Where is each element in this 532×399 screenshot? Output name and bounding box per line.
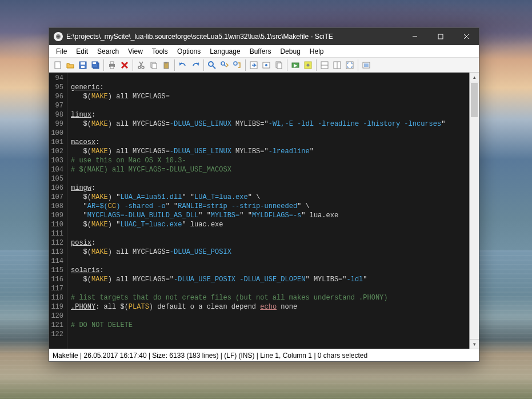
code-line[interactable] bbox=[71, 257, 466, 266]
code-line[interactable]: macosx: bbox=[71, 138, 466, 147]
cut-icon[interactable] bbox=[135, 59, 147, 71]
menu-options[interactable]: Options bbox=[173, 46, 205, 57]
line-number[interactable]: 112 bbox=[49, 238, 63, 248]
maximize-button[interactable] bbox=[427, 28, 453, 45]
save-all-icon[interactable] bbox=[89, 59, 102, 71]
minimize-button[interactable] bbox=[402, 28, 427, 45]
menu-search[interactable]: Search bbox=[93, 46, 123, 57]
delete-icon[interactable] bbox=[118, 59, 131, 71]
line-number[interactable]: 104 bbox=[49, 165, 63, 174]
line-gutter[interactable]: 9495969798991001011021031041051061071081… bbox=[49, 73, 67, 349]
line-number[interactable]: 117 bbox=[49, 284, 63, 293]
line-number[interactable]: 103 bbox=[49, 156, 63, 165]
line-number[interactable]: 120 bbox=[49, 312, 63, 321]
code-line[interactable]: linux: bbox=[71, 110, 466, 119]
menu-edit[interactable]: Edit bbox=[71, 46, 93, 57]
paste-icon[interactable] bbox=[160, 59, 173, 71]
code-line[interactable]: $(MAKE) "LUA_A=lua51.dll" "LUA_T=lua.exe… bbox=[71, 193, 466, 202]
split-h-icon[interactable] bbox=[318, 59, 331, 71]
code-line[interactable] bbox=[71, 129, 466, 138]
code-line[interactable] bbox=[71, 330, 466, 339]
line-number[interactable]: 101 bbox=[49, 138, 63, 147]
code-line[interactable]: mingw: bbox=[71, 183, 466, 193]
save-icon[interactable] bbox=[77, 59, 89, 71]
open-folder-icon[interactable] bbox=[64, 59, 77, 71]
line-number[interactable]: 113 bbox=[49, 248, 63, 257]
find-icon[interactable] bbox=[206, 59, 218, 71]
menu-buffers[interactable]: Buffers bbox=[245, 46, 276, 57]
code-line[interactable] bbox=[71, 174, 466, 183]
line-number[interactable]: 122 bbox=[49, 330, 63, 339]
code-line[interactable]: # DO NOT DELETE bbox=[71, 321, 466, 330]
line-number[interactable]: 99 bbox=[49, 119, 63, 129]
scroll-up-button[interactable]: ▴ bbox=[470, 73, 479, 82]
build-icon[interactable] bbox=[302, 59, 314, 71]
line-number[interactable]: 96 bbox=[49, 92, 63, 101]
line-number[interactable]: 95 bbox=[49, 83, 63, 92]
line-number[interactable]: 116 bbox=[49, 275, 63, 284]
new-file-icon[interactable] bbox=[51, 59, 64, 71]
menu-help[interactable]: Help bbox=[305, 46, 329, 57]
line-number[interactable]: 114 bbox=[49, 257, 63, 266]
line-number[interactable]: 97 bbox=[49, 101, 63, 110]
replace-icon[interactable] bbox=[231, 59, 243, 71]
code-line[interactable]: .PHONY: all $(PLATS) default o a clean d… bbox=[71, 302, 466, 312]
titlebar[interactable]: E:\projects\_myScite\_lua-lib.sourceforg… bbox=[49, 28, 479, 45]
code-line[interactable]: solaris: bbox=[71, 266, 466, 275]
find-next-icon[interactable] bbox=[218, 59, 231, 71]
line-number[interactable]: 105 bbox=[49, 174, 63, 183]
code-line[interactable]: $(MAKE) all MYCFLAGS= bbox=[71, 92, 466, 101]
code-area[interactable]: generic: $(MAKE) all MYCFLAGS= linux: $(… bbox=[67, 73, 469, 349]
line-number[interactable]: 115 bbox=[49, 266, 63, 275]
code-line[interactable] bbox=[71, 284, 466, 293]
line-number[interactable]: 106 bbox=[49, 183, 63, 193]
line-number[interactable]: 98 bbox=[49, 110, 63, 119]
line-number[interactable]: 108 bbox=[49, 202, 63, 211]
line-number[interactable]: 110 bbox=[49, 220, 63, 229]
line-number[interactable]: 109 bbox=[49, 211, 63, 220]
code-line[interactable]: # list targets that do not create files … bbox=[71, 293, 466, 302]
code-line[interactable]: $(MAKE) all MYCFLAGS=-DLUA_USE_POSIX bbox=[71, 248, 466, 257]
redo-icon[interactable] bbox=[189, 59, 202, 71]
line-number[interactable]: 102 bbox=[49, 147, 63, 156]
menu-tools[interactable]: Tools bbox=[147, 46, 173, 57]
undo-icon[interactable] bbox=[177, 59, 189, 71]
scroll-down-button[interactable]: ▾ bbox=[470, 339, 479, 349]
code-line[interactable]: "AR=$(CC) -shared -o" "RANLIB=strip --st… bbox=[71, 202, 466, 211]
line-number[interactable]: 111 bbox=[49, 229, 63, 238]
code-line[interactable]: $(MAKE) "LUAC_T=luac.exe" luac.exe bbox=[71, 220, 466, 229]
close-button[interactable] bbox=[453, 28, 479, 45]
line-number[interactable]: 100 bbox=[49, 129, 63, 138]
bookmarks-icon[interactable] bbox=[273, 59, 285, 71]
print-icon[interactable] bbox=[106, 59, 118, 71]
split-v-icon[interactable] bbox=[331, 59, 343, 71]
menu-view[interactable]: View bbox=[123, 46, 147, 57]
goto-icon[interactable] bbox=[247, 59, 260, 71]
line-number[interactable]: 107 bbox=[49, 193, 63, 202]
code-line[interactable]: posix: bbox=[71, 238, 466, 248]
scroll-thumb[interactable] bbox=[471, 83, 478, 117]
code-line[interactable]: $(MAKE) all MYCFLAGS=-DLUA_USE_LINUX MYL… bbox=[71, 147, 466, 156]
copy-icon[interactable] bbox=[147, 59, 160, 71]
line-number[interactable]: 118 bbox=[49, 293, 63, 302]
code-line[interactable]: # $(MAKE) all MYCFLAGS=-DLUA_USE_MACOSX bbox=[71, 165, 466, 174]
code-line[interactable]: # use this on Mac OS X 10.3- bbox=[71, 156, 466, 165]
fullscreen-icon[interactable] bbox=[343, 59, 356, 71]
code-line[interactable] bbox=[71, 229, 466, 238]
line-number[interactable]: 121 bbox=[49, 321, 63, 330]
line-number[interactable]: 119 bbox=[49, 302, 63, 312]
options-icon[interactable] bbox=[360, 59, 373, 71]
code-line[interactable] bbox=[71, 312, 466, 321]
menu-debug[interactable]: Debug bbox=[275, 46, 305, 57]
menu-file[interactable]: File bbox=[51, 46, 71, 57]
code-line[interactable]: "MYCFLAGS=-DLUA_BUILD_AS_DLL" "MYLIBS=" … bbox=[71, 211, 466, 220]
line-number[interactable]: 94 bbox=[49, 74, 63, 83]
code-line[interactable] bbox=[71, 101, 466, 110]
code-line[interactable]: $(MAKE) all MYCFLAGS="-DLUA_USE_POSIX -D… bbox=[71, 275, 466, 284]
menu-language[interactable]: Language bbox=[205, 46, 245, 57]
compile-icon[interactable]: ▶ bbox=[289, 59, 302, 71]
code-line[interactable]: $(MAKE) all MYCFLAGS=-DLUA_USE_LINUX MYL… bbox=[71, 119, 466, 129]
code-line[interactable]: generic: bbox=[71, 83, 466, 92]
vertical-scrollbar[interactable]: ▴ ▾ bbox=[469, 73, 479, 349]
code-line[interactable] bbox=[71, 74, 466, 83]
